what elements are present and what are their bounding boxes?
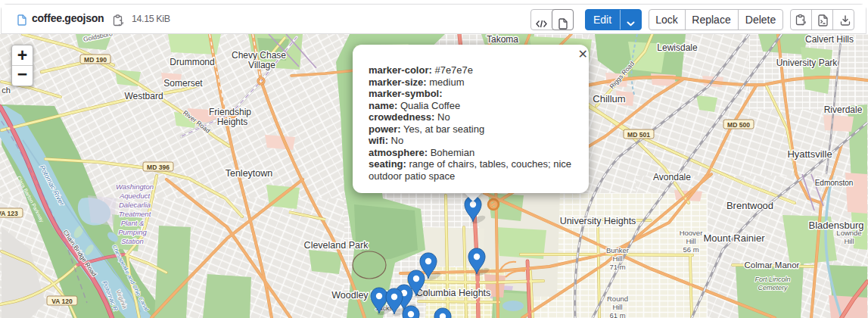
- svg-text:Hill: Hill: [844, 237, 854, 245]
- svg-text:Hill: Hill: [612, 254, 622, 263]
- svg-text:Colmar Manor: Colmar Manor: [745, 260, 800, 270]
- svg-text:Mount Rainier: Mount Rainier: [704, 232, 766, 244]
- svg-text:Chevy Chase: Chevy Chase: [232, 50, 286, 61]
- svg-text:VA 120: VA 120: [51, 298, 73, 305]
- svg-text:Pumping: Pumping: [118, 228, 147, 236]
- svg-text:Chillum: Chillum: [593, 93, 625, 104]
- svg-text:University Heights: University Heights: [560, 216, 636, 226]
- svg-text:Hoover: Hoover: [680, 229, 703, 237]
- svg-text:56 m: 56 m: [683, 245, 698, 254]
- svg-text:Somerset: Somerset: [163, 78, 203, 89]
- svg-text:Edmonston: Edmonston: [815, 179, 854, 187]
- svg-text:61 m: 61 m: [609, 311, 625, 318]
- svg-text:ch: ch: [2, 86, 11, 95]
- svg-text:Dalecarlia: Dalecarlia: [119, 201, 151, 209]
- svg-text:Bunker: Bunker: [606, 246, 629, 254]
- svg-text:Avondale: Avondale: [653, 172, 691, 182]
- svg-text:MD 500: MD 500: [727, 121, 750, 129]
- svg-text:University Park: University Park: [776, 58, 838, 68]
- svg-text:Hyattsville: Hyattsville: [787, 148, 832, 160]
- svg-text:Calvert Hills: Calvert Hills: [805, 34, 854, 45]
- svg-text:VA 123: VA 123: [0, 210, 18, 217]
- svg-text:Round: Round: [607, 295, 628, 303]
- svg-text:Friendship: Friendship: [209, 107, 251, 117]
- svg-text:Hill: Hill: [612, 303, 622, 311]
- svg-text:Aqueduct: Aqueduct: [119, 192, 151, 200]
- svg-text:Washington: Washington: [116, 182, 154, 191]
- svg-text:Cleveland Park: Cleveland Park: [304, 240, 369, 251]
- svg-text:Village: Village: [248, 60, 275, 70]
- svg-text:Treatment: Treatment: [119, 210, 151, 218]
- svg-text:Riverdale: Riverdale: [824, 104, 863, 115]
- svg-text:Tenleytown: Tenleytown: [226, 168, 273, 179]
- svg-text:MD 396: MD 396: [147, 164, 170, 171]
- svg-text:Lewisdale: Lewisdale: [657, 42, 698, 53]
- svg-text:MD 190: MD 190: [84, 56, 107, 64]
- svg-text:Heights: Heights: [217, 117, 248, 127]
- svg-text:Hill: Hill: [686, 237, 695, 245]
- svg-text:71 m: 71 m: [609, 263, 625, 271]
- svg-text:Brentwood: Brentwood: [726, 200, 773, 211]
- svg-text:Fort Lincoln: Fort Lincoln: [754, 276, 790, 283]
- svg-text:Station: Station: [121, 237, 144, 245]
- svg-text:Cemetery: Cemetery: [758, 284, 788, 292]
- svg-text:Takoma: Takoma: [487, 34, 518, 45]
- svg-text:Plant &: Plant &: [121, 219, 145, 227]
- svg-text:Drummond: Drummond: [170, 57, 214, 67]
- svg-text:Westbard: Westbard: [124, 91, 163, 101]
- svg-text:Lownde: Lownde: [836, 229, 861, 237]
- svg-text:MD 501: MD 501: [627, 131, 650, 139]
